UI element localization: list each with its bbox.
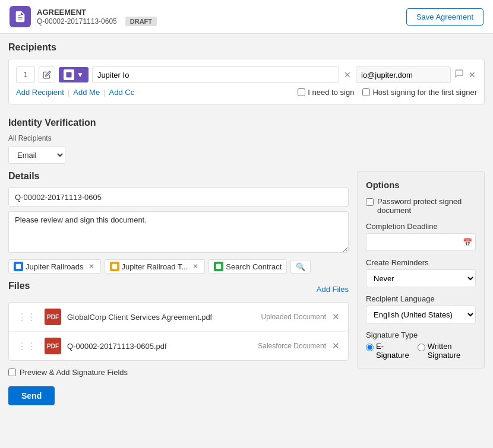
preview-checkbox[interactable]: [8, 368, 16, 376]
i-need-to-sign-checkbox[interactable]: [298, 88, 305, 96]
password-protect-row: Password protect signed document: [366, 197, 476, 215]
language-select[interactable]: English (United States) French German Sp…: [366, 306, 476, 323]
tag-icon-shape: [15, 263, 21, 269]
send-button[interactable]: Send: [8, 386, 55, 405]
draft-badge: DRAFT: [125, 17, 157, 26]
right-column: Options Password protect signed document…: [357, 171, 485, 405]
comment-icon: [454, 69, 464, 78]
host-signing-checkbox[interactable]: [362, 88, 370, 96]
file-type-2: Salesforce Document: [258, 342, 326, 350]
svg-rect-3: [216, 264, 221, 269]
search-contract-button[interactable]: 🔍: [290, 260, 311, 274]
comment-button[interactable]: [454, 69, 464, 81]
language-section: Recipient Language English (United State…: [366, 294, 476, 331]
tag-jupiter-railroad-t: Jupiter Railroad T... ✕: [105, 259, 206, 274]
two-col-layout: Details Please review and sign this docu…: [8, 171, 485, 405]
written-signature-option[interactable]: Written Signature: [418, 342, 476, 360]
pencil-icon: [43, 71, 51, 79]
pdf-icon: [14, 10, 27, 23]
signer-icon: [65, 71, 72, 78]
role-selector[interactable]: ▼: [59, 67, 89, 82]
details-title: Details: [8, 171, 349, 182]
tag-icon-orange: [110, 262, 119, 271]
recipient-email-input[interactable]: [356, 66, 451, 83]
calendar-icon: 📅: [463, 238, 472, 247]
language-label: Recipient Language: [366, 294, 476, 303]
i-need-to-sign-label[interactable]: I need to sign: [298, 88, 354, 97]
e-signature-option[interactable]: E-Signature: [366, 342, 409, 360]
identity-select[interactable]: Email SMS Phone ID Check: [8, 146, 65, 164]
tag-close-2[interactable]: ✕: [191, 262, 200, 271]
options-panel: Options Password protect signed document…: [357, 171, 485, 368]
agreement-id: Q-00002-20171113-0605: [37, 17, 117, 26]
agreement-icon: [10, 6, 31, 27]
file-remove-2[interactable]: ✕: [332, 341, 340, 351]
pdf-icon-2: PDF: [45, 338, 61, 354]
password-protect-checkbox[interactable]: [366, 198, 374, 206]
tag-close-1[interactable]: ✕: [87, 262, 96, 271]
search-icon: 🔍: [296, 262, 305, 271]
completion-deadline-input[interactable]: [366, 233, 476, 251]
recipient-checkboxes: I need to sign Host signing for the firs…: [298, 88, 477, 97]
content-area: Recipients 1 ▼: [0, 34, 493, 405]
add-recipient-link[interactable]: Add Recipient: [16, 88, 64, 97]
drag-handle-1[interactable]: ⋮⋮: [17, 312, 36, 323]
recipients-section: Recipients 1 ▼: [8, 42, 485, 112]
recipient-name-input[interactable]: [92, 66, 339, 83]
tag-jupiter-railroads: Jupiter Railroads ✕: [8, 259, 101, 274]
tag-label-3: Search Contract: [226, 262, 282, 271]
agreement-name-input[interactable]: [8, 188, 349, 206]
file-row-1: ⋮⋮ PDF GlobalCorp Client Services Agreem…: [9, 303, 348, 332]
preview-label[interactable]: Preview & Add Signature Fields: [8, 368, 349, 377]
completion-deadline-label: Completion Deadline: [366, 222, 476, 231]
written-signature-radio[interactable]: [418, 344, 425, 351]
completion-deadline-section: Completion Deadline 📅: [366, 222, 476, 251]
role-label: ▼: [77, 71, 84, 79]
recipient-footer: Add Recipient | Add Me | Add Cc I need t…: [16, 88, 477, 97]
files-title: Files: [8, 281, 30, 291]
files-section: Files Add Files ⋮⋮ PDF GlobalCorp Client…: [8, 281, 349, 361]
svg-rect-0: [67, 72, 72, 78]
pdf-icon-1: PDF: [45, 309, 61, 325]
message-textarea[interactable]: Please review and sign this document.: [8, 211, 349, 253]
left-column: Details Please review and sign this docu…: [8, 171, 349, 405]
recipients-title: Recipients: [8, 42, 485, 53]
reminders-select[interactable]: Never Daily Weekly: [366, 269, 476, 287]
host-signing-label[interactable]: Host signing for the first signer: [362, 88, 477, 97]
tag-search-contract: Search Contract: [208, 259, 287, 274]
written-signature-label: Written Signature: [428, 342, 476, 360]
signature-type-options: E-Signature Written Signature: [366, 342, 476, 360]
tag-icon-green: [214, 262, 223, 271]
remove-recipient-button[interactable]: ✕: [467, 69, 477, 81]
save-agreement-button[interactable]: Save Agreement: [406, 8, 483, 26]
details-section: Details Please review and sign this docu…: [8, 171, 349, 274]
header: AGREEMENT Q-00002-20171113-0605 DRAFT Sa…: [0, 0, 493, 34]
header-titles: AGREEMENT Q-00002-20171113-0605 DRAFT: [37, 8, 157, 26]
signature-type-label: Signature Type: [366, 331, 476, 339]
reminders-section: Create Reminders Never Daily Weekly: [366, 258, 476, 294]
clear-name-button[interactable]: ✕: [343, 69, 352, 81]
add-me-link[interactable]: Add Me: [73, 88, 100, 97]
svg-rect-1: [16, 264, 21, 269]
file-name-1: GlobalCorp Client Services Agreement.pdf: [67, 313, 255, 322]
recipients-container: 1 ▼ ✕: [8, 59, 485, 104]
add-files-link[interactable]: Add Files: [317, 285, 349, 294]
files-list: ⋮⋮ PDF GlobalCorp Client Services Agreem…: [8, 302, 349, 361]
add-cc-link[interactable]: Add Cc: [109, 88, 135, 97]
recipient-row-1: 1 ▼ ✕: [16, 66, 477, 83]
e-signature-label: E-Signature: [376, 342, 409, 360]
password-protect-label: Password protect signed document: [377, 197, 476, 215]
completion-deadline-input-row: 📅: [366, 233, 476, 251]
recipient-links: Add Recipient | Add Me | Add Cc: [16, 88, 134, 97]
file-name-2: Q-00002-20171113-0605.pdf: [67, 342, 252, 351]
edit-recipient-button[interactable]: [39, 66, 55, 83]
identity-title: Identity Verification: [8, 117, 485, 128]
footer-area: Preview & Add Signature Fields Send: [8, 368, 349, 405]
file-row-2: ⋮⋮ PDF Q-00002-20171113-0605.pdf Salesfo…: [9, 332, 348, 360]
file-remove-1[interactable]: ✕: [332, 312, 340, 322]
tag-icon-shape-2: [112, 263, 118, 269]
agreement-title: AGREEMENT: [37, 8, 157, 17]
drag-handle-2[interactable]: ⋮⋮: [17, 341, 36, 352]
e-signature-radio[interactable]: [366, 344, 374, 351]
svg-rect-2: [112, 264, 116, 269]
